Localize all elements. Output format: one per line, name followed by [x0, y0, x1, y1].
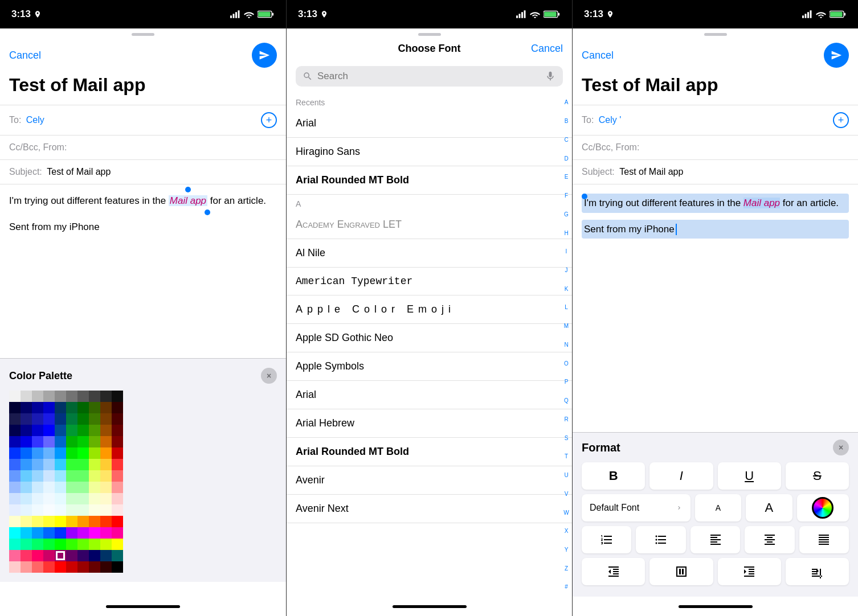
- alpha-index-item[interactable]: D: [564, 156, 568, 162]
- color-swatch[interactable]: [112, 391, 123, 402]
- right-indent-marker-button[interactable]: [786, 558, 849, 585]
- color-swatch[interactable]: [100, 436, 112, 447]
- color-swatch[interactable]: [66, 561, 77, 573]
- color-swatch[interactable]: [66, 504, 77, 516]
- font-item-apple-sd[interactable]: Apple SD Gothic Neo: [287, 324, 572, 352]
- color-swatch[interactable]: [112, 413, 123, 425]
- color-swatch[interactable]: [100, 527, 112, 539]
- color-swatch[interactable]: [21, 550, 32, 561]
- color-swatch[interactable]: [112, 504, 123, 516]
- color-swatch[interactable]: [100, 425, 112, 436]
- color-swatch[interactable]: [21, 402, 32, 413]
- color-swatch[interactable]: [9, 470, 21, 482]
- color-swatch[interactable]: [66, 425, 77, 436]
- alpha-index-item[interactable]: Q: [564, 398, 569, 404]
- color-swatch[interactable]: [89, 550, 100, 561]
- alpha-index-item[interactable]: F: [565, 193, 568, 199]
- align-left-button[interactable]: [691, 526, 740, 553]
- alpha-index-item[interactable]: B: [565, 118, 569, 124]
- color-swatch[interactable]: [66, 447, 77, 459]
- alpha-index-item[interactable]: R: [564, 417, 568, 422]
- color-swatch[interactable]: [77, 459, 89, 470]
- color-swatch[interactable]: [100, 504, 112, 516]
- color-swatch[interactable]: [43, 482, 55, 493]
- color-swatch[interactable]: [55, 436, 66, 447]
- color-swatch[interactable]: [77, 482, 89, 493]
- color-swatch[interactable]: [100, 459, 112, 470]
- color-swatch[interactable]: [89, 436, 100, 447]
- color-swatch[interactable]: [55, 459, 66, 470]
- color-swatch[interactable]: [43, 470, 55, 482]
- alpha-index-item[interactable]: C: [564, 137, 568, 143]
- color-swatch[interactable]: [100, 493, 112, 504]
- color-swatch[interactable]: [100, 482, 112, 493]
- underline-button[interactable]: U: [718, 462, 781, 490]
- search-bar[interactable]: [296, 66, 563, 87]
- alpha-index-item[interactable]: Y: [565, 547, 569, 553]
- cancel-button-2[interactable]: Cancel: [531, 43, 563, 55]
- color-swatch[interactable]: [21, 436, 32, 447]
- color-swatch[interactable]: [21, 504, 32, 516]
- color-swatch[interactable]: [21, 493, 32, 504]
- bold-button[interactable]: B: [582, 462, 645, 490]
- font-item-avenir[interactable]: Avenir: [287, 466, 572, 495]
- color-swatch[interactable]: [77, 493, 89, 504]
- color-swatch[interactable]: [43, 402, 55, 413]
- color-swatch[interactable]: [32, 459, 43, 470]
- color-swatch[interactable]: [32, 482, 43, 493]
- color-swatch[interactable]: [66, 391, 77, 402]
- alpha-index-item[interactable]: G: [564, 212, 569, 217]
- font-item-arial-rounded[interactable]: Arial Rounded MT Bold: [287, 438, 572, 466]
- color-swatch[interactable]: [55, 527, 66, 539]
- color-swatch[interactable]: [89, 402, 100, 413]
- color-swatch[interactable]: [21, 459, 32, 470]
- color-swatch[interactable]: [21, 516, 32, 527]
- color-swatch[interactable]: [100, 391, 112, 402]
- font-item-apple-emoji[interactable]: Apple Color Emoji: [287, 295, 572, 324]
- font-item-arial-rounded-recent[interactable]: Arial Rounded MT Bold: [287, 166, 572, 195]
- search-input[interactable]: [317, 71, 540, 82]
- color-swatch[interactable]: [100, 402, 112, 413]
- color-swatch[interactable]: [66, 550, 77, 561]
- add-recipient-button-3[interactable]: +: [833, 112, 849, 128]
- color-swatch[interactable]: [55, 482, 66, 493]
- to-field-3[interactable]: To: Cely ' +: [573, 105, 858, 135]
- color-swatch[interactable]: [100, 413, 112, 425]
- color-swatch[interactable]: [66, 436, 77, 447]
- color-swatch[interactable]: [9, 493, 21, 504]
- color-swatch[interactable]: [89, 539, 100, 550]
- color-swatch[interactable]: [32, 561, 43, 573]
- color-swatch[interactable]: [66, 459, 77, 470]
- color-swatch[interactable]: [43, 504, 55, 516]
- color-swatch[interactable]: [21, 447, 32, 459]
- color-swatch[interactable]: [9, 516, 21, 527]
- color-swatch[interactable]: [43, 539, 55, 550]
- color-swatch[interactable]: [32, 527, 43, 539]
- indent-left-button[interactable]: [582, 558, 645, 585]
- cancel-button-1[interactable]: Cancel: [9, 50, 41, 61]
- color-swatch[interactable]: [77, 550, 89, 561]
- alpha-index-item[interactable]: L: [565, 305, 568, 310]
- color-swatch[interactable]: [100, 470, 112, 482]
- cc-field-1[interactable]: Cc/Bcc, From:: [0, 135, 286, 160]
- alpha-index-item[interactable]: #: [565, 584, 568, 590]
- alpha-index-item[interactable]: S: [565, 436, 569, 441]
- alpha-index[interactable]: ABCDEFGHIJKLMNOPQRSTUVWXYZ#: [561, 93, 572, 597]
- color-swatch[interactable]: [112, 561, 123, 573]
- color-wheel-button[interactable]: [797, 494, 849, 521]
- color-swatch[interactable]: [77, 447, 89, 459]
- color-swatch[interactable]: [9, 550, 21, 561]
- align-center-button[interactable]: [745, 526, 794, 553]
- alpha-index-item[interactable]: X: [565, 528, 569, 534]
- font-item-arial[interactable]: Arial: [287, 381, 572, 409]
- font-item-arial-recent[interactable]: Arial: [287, 109, 572, 138]
- font-item-arial-hebrew[interactable]: Arial Hebrew: [287, 409, 572, 438]
- color-swatch[interactable]: [9, 391, 21, 402]
- alpha-index-item[interactable]: J: [565, 268, 568, 273]
- color-swatch[interactable]: [43, 425, 55, 436]
- alpha-index-item[interactable]: K: [565, 286, 569, 292]
- color-swatch[interactable]: [89, 493, 100, 504]
- color-swatch[interactable]: [32, 470, 43, 482]
- color-swatch[interactable]: [112, 470, 123, 482]
- color-swatch[interactable]: [9, 504, 21, 516]
